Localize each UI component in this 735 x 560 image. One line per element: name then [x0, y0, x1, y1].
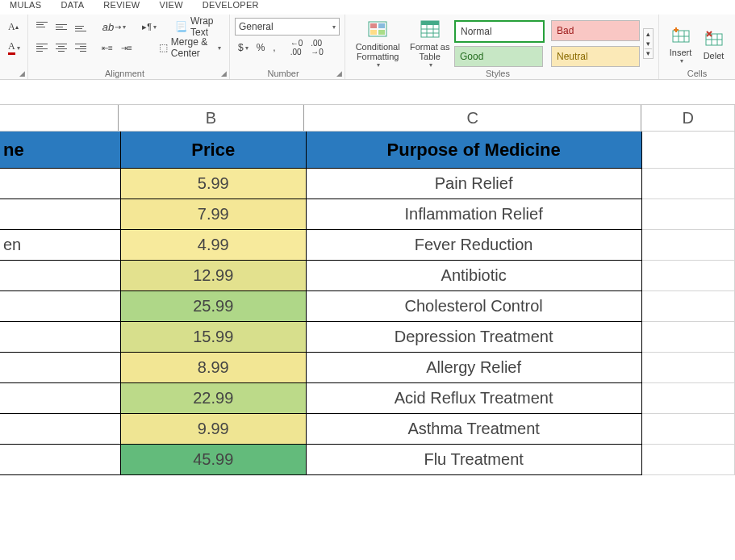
cell-empty[interactable] [642, 199, 735, 230]
column-header-b[interactable]: B [119, 105, 305, 131]
accounting-format-button[interactable]: $▾ [235, 40, 252, 55]
cell-price[interactable]: 7.99 [121, 199, 306, 230]
table-row: 25.99Cholesterol Control [0, 291, 735, 322]
cell-style-bad[interactable]: Bad [551, 20, 640, 41]
table-row: 5.99Pain Relief [0, 169, 735, 199]
column-header-a[interactable] [0, 105, 119, 131]
table-row: 7.99Inflammation Relief [0, 199, 735, 230]
ribbon-tab-review[interactable]: REVIEW [94, 0, 149, 10]
styles-more[interactable]: ▾ [644, 48, 653, 58]
svg-rect-3 [370, 30, 377, 35]
ribbon-tab-formulas[interactable]: MULAS [0, 0, 51, 10]
cell-purpose[interactable]: Pain Relief [307, 169, 642, 199]
table-row: 9.99Asthma Treatment [0, 414, 735, 445]
cell-price[interactable]: 9.99 [121, 414, 306, 445]
decrease-indent-button[interactable]: ⇤≡ [98, 42, 116, 54]
orientation-button[interactable]: ab↗▾ [99, 19, 129, 35]
align-middle-button[interactable] [52, 20, 70, 33]
cell-purpose[interactable]: Asthma Treatment [307, 414, 642, 445]
increase-indent-button[interactable]: ⇥≡ [118, 42, 136, 54]
alignment-dialog-launcher[interactable]: ◢ [219, 69, 228, 77]
insert-cells-button[interactable]: Insert▾ [664, 18, 697, 69]
cell-empty[interactable] [642, 169, 735, 199]
font-dialog-launcher[interactable]: ◢ [18, 69, 26, 77]
align-bottom-button[interactable] [72, 20, 90, 33]
cell-name[interactable]: en [0, 230, 121, 261]
font-size-increase-button[interactable]: A▴ [5, 19, 22, 35]
cell-purpose[interactable]: Cholesterol Control [307, 291, 642, 322]
table-row: 22.99Acid Reflux Treatment [0, 383, 735, 414]
styles-scroll-up[interactable]: ▴ [644, 29, 653, 39]
ribbon-tab-strip: MULAS DATA REVIEW VIEW DEVELOPER [0, 0, 735, 15]
cell-d1[interactable] [642, 132, 735, 169]
font-color-button[interactable]: A▾ [5, 39, 23, 56]
cell-empty[interactable] [642, 445, 735, 475]
cell-price[interactable]: 4.99 [121, 230, 306, 261]
styles-scroll-down[interactable]: ▾ [644, 39, 653, 48]
cell-purpose[interactable]: Fever Reduction [307, 230, 642, 261]
ribbon-group-alignment: ab↗▾ ▸¶▾ 📃Wrap Text ⇤≡ ⇥≡ ⬚Merge & Cente… [28, 15, 230, 79]
cell-purpose[interactable]: Antibiotic [307, 261, 642, 291]
ribbon-tab-developer[interactable]: DEVELOPER [193, 0, 269, 10]
column-header-c[interactable]: C [304, 105, 641, 131]
cell-empty[interactable] [642, 261, 735, 291]
align-top-button[interactable] [33, 20, 51, 33]
cell-name[interactable] [0, 414, 121, 445]
table-row: 15.99Depression Treatment [0, 322, 735, 353]
svg-rect-6 [421, 21, 439, 25]
cell-name[interactable] [0, 353, 121, 383]
cell-empty[interactable] [642, 230, 735, 261]
conditional-formatting-button[interactable]: Conditional Formatting▾ [350, 18, 405, 69]
cell-price[interactable]: 45.99 [121, 445, 306, 475]
cell-price[interactable]: 15.99 [121, 322, 306, 353]
header-name[interactable]: ne [0, 132, 121, 169]
align-left-button[interactable] [33, 42, 51, 53]
number-dialog-launcher[interactable]: ◢ [335, 69, 343, 77]
cell-price[interactable]: 5.99 [121, 169, 306, 199]
number-format-combobox[interactable]: General▾ [235, 18, 340, 36]
cell-empty[interactable] [642, 322, 735, 353]
cell-name[interactable] [0, 445, 121, 475]
cell-name[interactable] [0, 291, 121, 322]
format-as-table-button[interactable]: Format as Table▾ [407, 18, 453, 69]
ribbon-tab-view[interactable]: VIEW [150, 0, 193, 10]
cell-style-normal[interactable]: Normal [454, 20, 545, 43]
cell-price[interactable]: 12.99 [121, 261, 306, 291]
column-header-d[interactable]: D [641, 105, 735, 131]
header-purpose[interactable]: Purpose of Medicine [307, 132, 642, 169]
comma-format-button[interactable]: , [269, 40, 278, 55]
worksheet-grid[interactable]: ne Price Purpose of Medicine 5.99Pain Re… [0, 132, 735, 475]
cell-name[interactable] [0, 383, 121, 414]
cell-style-neutral[interactable]: Neutral [551, 46, 640, 67]
cell-purpose[interactable]: Allergy Relief [307, 353, 642, 383]
cell-price[interactable]: 22.99 [121, 383, 306, 414]
cell-purpose[interactable]: Inflammation Relief [307, 199, 642, 230]
decrease-decimal-button[interactable]: .00→0 [307, 37, 327, 58]
merge-center-button[interactable]: ⬚Merge & Center▾ [156, 35, 224, 61]
cell-name[interactable] [0, 261, 121, 291]
cell-empty[interactable] [642, 353, 735, 383]
delete-cells-button[interactable]: Delet [697, 18, 730, 69]
cell-style-good[interactable]: Good [454, 46, 543, 67]
cell-purpose[interactable]: Depression Treatment [307, 322, 642, 353]
align-right-button[interactable] [72, 42, 90, 53]
align-center-button[interactable] [52, 42, 70, 53]
ribbon-tab-data[interactable]: DATA [51, 0, 94, 10]
cell-purpose[interactable]: Flu Treatment [307, 445, 642, 475]
header-price[interactable]: Price [121, 132, 306, 169]
cell-price[interactable]: 25.99 [121, 291, 306, 322]
cell-styles-gallery[interactable]: Normal Bad Good Neutral [454, 20, 640, 67]
table-row: en4.99Fever Reduction [0, 230, 735, 261]
increase-decimal-button[interactable]: ←0.00 [287, 37, 307, 58]
cell-empty[interactable] [642, 291, 735, 322]
cell-name[interactable] [0, 169, 121, 199]
cell-name[interactable] [0, 199, 121, 230]
percent-format-button[interactable]: % [253, 40, 269, 55]
insert-cells-icon [670, 23, 692, 46]
text-direction-button[interactable]: ▸¶▾ [139, 20, 160, 34]
cell-price[interactable]: 8.99 [121, 353, 306, 383]
cell-name[interactable] [0, 322, 121, 353]
cell-empty[interactable] [642, 383, 735, 414]
cell-empty[interactable] [642, 414, 735, 445]
cell-purpose[interactable]: Acid Reflux Treatment [307, 383, 642, 414]
